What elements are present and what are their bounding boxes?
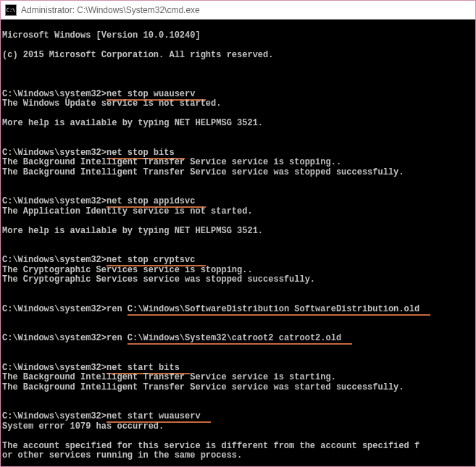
command-text: C:\Windows\SoftwareDistribution Software… — [128, 304, 430, 316]
terminal-content: C:\Windows\system32>net stop wuauserv Th… — [2, 90, 474, 467]
prompt: C:\Windows\system32> — [2, 363, 107, 373]
prompt-line: C:\Windows\system32>ren C:\Windows\Softw… — [2, 305, 474, 315]
output-line: The Windows Update service is not starte… — [2, 99, 474, 109]
prompt: C:\Windows\system32> — [2, 333, 107, 343]
command-prefix: ren — [107, 333, 128, 343]
prompt-line: C:\Windows\system32>net stop cryptsvc — [2, 256, 474, 266]
output-line: The Application Identity service is not … — [2, 207, 474, 217]
cmd-icon: C:\ — [5, 4, 17, 16]
terminal-area[interactable]: Microsoft Windows [Version 10.0.10240] (… — [1, 20, 475, 466]
output-line — [2, 432, 474, 442]
prompt-line: C:\Windows\system32>net start bits — [2, 363, 474, 374]
version-line: Microsoft Windows [Version 10.0.10240] — [2, 31, 474, 41]
prompt-line: C:\Windows\system32>ren C:\Windows\Syste… — [2, 334, 474, 344]
prompt-line: C:\Windows\system32>net stop bits — [2, 148, 474, 159]
command-text: C:\Windows\System32\catroot2 catroot2.ol… — [128, 333, 352, 345]
output-line: or other services running in the same pr… — [2, 451, 474, 461]
output-line: More help is available by typing NET HEL… — [2, 227, 474, 237]
output-line — [2, 109, 474, 119]
output-line: The Background Intelligent Transfer Serv… — [2, 383, 474, 393]
output-line: The Background Intelligent Transfer Serv… — [2, 158, 474, 168]
prompt-line: C:\Windows\system32>net start wuauserv — [2, 412, 474, 422]
output-line: The Background Intelligent Transfer Serv… — [2, 168, 474, 178]
prompt-line: C:\Windows\system32>net stop appidsvc — [2, 197, 474, 207]
prompt: C:\Windows\system32> — [2, 148, 107, 158]
prompt-line: C:\Windows\system32>net stop wuauserv — [2, 90, 474, 100]
output-line: The Background Intelligent Transfer Serv… — [2, 373, 474, 383]
prompt: C:\Windows\system32> — [2, 89, 107, 99]
prompt: C:\Windows\system32> — [2, 304, 107, 314]
prompt: C:\Windows\system32> — [2, 255, 107, 265]
prompt: C:\Windows\system32> — [2, 411, 107, 421]
output-line — [2, 216, 474, 227]
copyright-line: (c) 2015 Microsoft Corporation. All righ… — [2, 51, 474, 61]
window-title-bar: C:\ Administrator: C:\Windows\System32\c… — [1, 1, 475, 20]
window-title: Administrator: C:\Windows\System32\cmd.e… — [21, 5, 200, 15]
output-line: The account specified for this service i… — [2, 442, 474, 452]
output-line: System error 1079 has occurred. — [2, 422, 474, 432]
command-prefix: ren — [107, 304, 128, 314]
output-line: The Cryptographic Services service was s… — [2, 275, 474, 285]
output-line: More help is available by typing NET HEL… — [2, 119, 474, 129]
prompt: C:\Windows\system32> — [2, 196, 107, 206]
output-line: The Cryptographic Services service is st… — [2, 266, 474, 276]
